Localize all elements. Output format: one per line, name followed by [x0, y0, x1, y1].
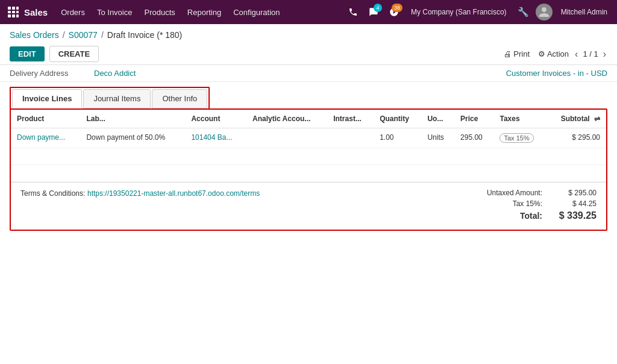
terms-label: Terms & Conditions: [20, 189, 85, 198]
chat-badge: 4 [374, 4, 382, 12]
nav-products[interactable]: Products [139, 5, 180, 19]
cell-price: 295.00 [454, 128, 493, 148]
cell-quantity: 1.00 [374, 128, 421, 148]
phone-icon[interactable] [345, 4, 362, 20]
untaxed-label: Untaxed Amount: [476, 189, 542, 197]
top-navigation: Sales Orders To Invoice Products Reporti… [0, 0, 617, 24]
svg-rect-2 [16, 7, 19, 10]
col-taxes: Taxes [493, 110, 547, 128]
col-analytic: Analytic Accou... [246, 110, 327, 128]
svg-rect-0 [8, 7, 11, 10]
username: Mitchell Admin [556, 5, 612, 19]
tax-label: Tax 15%: [476, 199, 542, 208]
svg-rect-1 [12, 7, 15, 10]
edit-button[interactable]: EDIT [10, 46, 45, 61]
tab-journal-items[interactable]: Journal Items [83, 89, 151, 108]
apps-icon[interactable] [5, 4, 22, 20]
terms-link[interactable]: https://19350221-master-all.runbot67.odo… [87, 189, 260, 198]
svg-rect-5 [16, 11, 19, 13]
col-subtotal: Subtotal ⇌ [547, 110, 606, 128]
untaxed-value: $ 295.00 [554, 189, 597, 197]
chat-icon[interactable]: 4 [365, 4, 382, 20]
activity-badge: 38 [392, 4, 402, 12]
breadcrumb: Sales Orders / S00077 / Draft Invoice (*… [0, 24, 617, 43]
company-name: My Company (San Francisco) [411, 8, 507, 16]
action-toolbar: EDIT CREATE 🖨 Print ⚙ Action ‹ 1 / 1 › [0, 43, 617, 65]
cell-intrastat [327, 128, 374, 148]
nav-icon-group: 4 38 My Company (San Francisco) 🔧 Mitche… [345, 4, 612, 20]
delivery-label: Delivery Address [10, 69, 94, 78]
journal-link[interactable]: Customer Invoices - in - USD [506, 69, 607, 78]
breadcrumb-sales-orders[interactable]: Sales Orders [10, 30, 59, 40]
totals-section: Untaxed Amount: $ 295.00 Tax 15%: $ 44.2… [476, 189, 597, 224]
cell-analytic [246, 128, 327, 148]
svg-rect-7 [12, 14, 15, 17]
empty-row-2 [11, 165, 606, 182]
col-label: Lab... [80, 110, 185, 128]
terms-section: Terms & Conditions: https://19350221-mas… [20, 189, 260, 198]
user-avatar[interactable] [536, 4, 553, 20]
nav-reporting[interactable]: Reporting [183, 5, 226, 19]
pager: ‹ 1 / 1 › [574, 49, 607, 60]
cell-product[interactable]: Down payme... [11, 128, 80, 148]
col-product: Product [11, 110, 80, 128]
create-button[interactable]: CREATE [49, 46, 99, 62]
col-quantity: Quantity [374, 110, 421, 128]
invoice-lines-table: Product Lab... Account Analytic Accou...… [11, 110, 606, 182]
tab-invoice-lines[interactable]: Invoice Lines [12, 89, 82, 108]
svg-rect-4 [12, 11, 15, 13]
svg-rect-6 [8, 14, 11, 17]
nav-to-invoice[interactable]: To Invoice [92, 5, 137, 19]
activity-icon[interactable]: 38 [386, 4, 402, 20]
pager-info: 1 / 1 [583, 49, 598, 58]
total-value: $ 339.25 [554, 210, 597, 221]
col-uom: Uo... [421, 110, 454, 128]
main-content: Invoice Lines Journal Items Other Info P… [0, 82, 617, 236]
cell-uom: Units [421, 128, 454, 148]
cell-taxes: Tax 15% [493, 128, 547, 148]
breadcrumb-current: Draft Invoice (* 180) [107, 30, 183, 40]
tax-badge: Tax 15% [500, 133, 533, 143]
invoice-content-area: Product Lab... Account Analytic Accou...… [10, 108, 607, 231]
col-intrastat: Intrast... [327, 110, 374, 128]
breadcrumb-s00077[interactable]: S00077 [69, 30, 98, 40]
delivery-address-bar: Delivery Address Deco Addict Customer In… [0, 65, 617, 82]
delivery-value[interactable]: Deco Addict [94, 69, 136, 78]
col-price: Price [454, 110, 493, 128]
tax-value: $ 44.25 [554, 199, 597, 208]
nav-configuration[interactable]: Configuration [228, 5, 284, 19]
invoice-footer: Terms & Conditions: https://19350221-mas… [11, 182, 606, 230]
tab-other-info[interactable]: Other Info [152, 89, 207, 108]
total-label: Total: [520, 211, 542, 221]
settings-icon[interactable]: 🔧 [515, 4, 532, 20]
svg-rect-3 [8, 11, 11, 13]
action-button[interactable]: ⚙ Action [538, 49, 569, 58]
svg-rect-8 [16, 14, 19, 17]
print-button[interactable]: 🖨 Print [504, 49, 530, 58]
pager-prev[interactable]: ‹ [574, 49, 579, 60]
cell-account[interactable]: 101404 Ba... [185, 128, 246, 148]
nav-orders[interactable]: Orders [56, 5, 90, 19]
app-brand: Sales [24, 7, 48, 17]
cell-label: Down payment of 50.0% [80, 128, 185, 148]
cell-subtotal: $ 295.00 [547, 128, 606, 148]
table-row: Down payme... Down payment of 50.0% 1014… [11, 128, 606, 148]
empty-row-1 [11, 148, 606, 165]
col-account: Account [185, 110, 246, 128]
toolbar-actions: 🖨 Print ⚙ Action [504, 49, 569, 58]
pager-next[interactable]: › [602, 49, 607, 60]
column-settings-icon[interactable]: ⇌ [594, 115, 600, 123]
